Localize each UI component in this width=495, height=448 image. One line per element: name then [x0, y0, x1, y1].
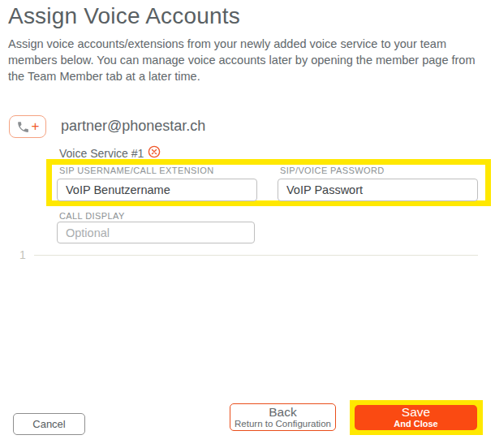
add-voice-account-button[interactable]: + — [9, 115, 46, 138]
sip-username-label: SIP USERNAME/CALL EXTENSION — [59, 166, 214, 175]
phone-icon — [16, 120, 30, 134]
page-description: Assign voice accounts/extensions from yo… — [8, 36, 479, 84]
call-display-input[interactable] — [57, 222, 255, 243]
call-display-label: CALL DISPLAY — [59, 211, 125, 221]
back-button-sublabel: Return to Configuration — [235, 419, 331, 429]
sip-password-label: SIP/VOICE PASSWORD — [280, 166, 385, 175]
sip-password-input[interactable] — [278, 179, 478, 201]
member-email: partner@phonestar.ch — [61, 118, 205, 135]
page-number: 1 — [19, 248, 26, 261]
assign-voice-accounts-dialog: Assign Voice Accounts Assign voice accou… — [0, 0, 495, 448]
voice-service-label: Voice Service #1 — [59, 147, 144, 160]
remove-service-icon[interactable] — [148, 145, 161, 162]
back-button[interactable]: Back Return to Configuration — [230, 403, 336, 431]
cancel-button[interactable]: Cancel — [13, 413, 85, 435]
divider-line — [34, 255, 478, 256]
save-button-label: Save — [402, 406, 430, 419]
page-title: Assign Voice Accounts — [8, 3, 240, 29]
sip-username-input[interactable] — [57, 179, 257, 201]
back-button-label: Back — [269, 405, 296, 419]
save-button-sublabel: And Close — [394, 419, 437, 429]
plus-icon: + — [32, 119, 40, 133]
save-button[interactable]: Save And Close — [355, 405, 477, 430]
voice-service-row: Voice Service #1 — [59, 144, 161, 162]
